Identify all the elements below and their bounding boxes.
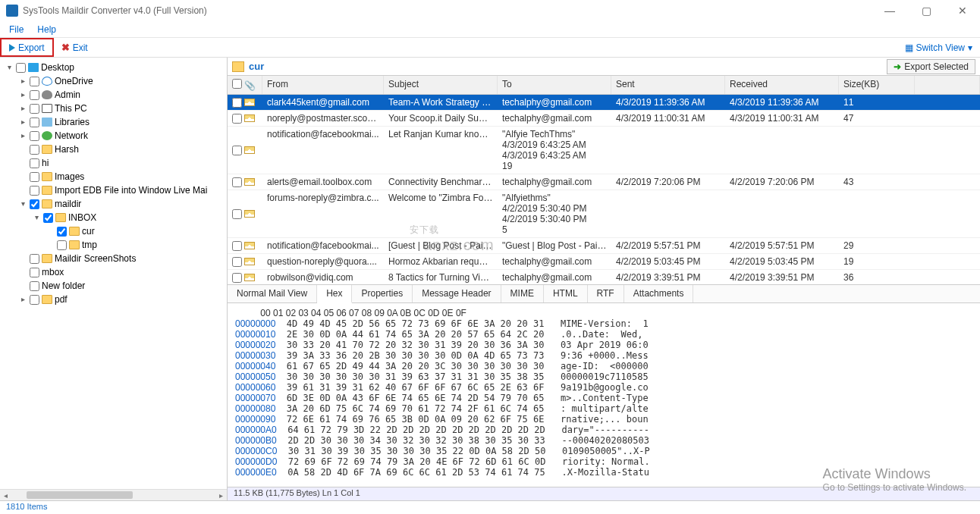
tree-item-thispc[interactable]: ▸This PC bbox=[17, 102, 227, 115]
cell-to: "Guest | Blog Post - Paid a... bbox=[498, 238, 611, 253]
row-checkbox[interactable] bbox=[232, 98, 242, 108]
folder-icon bbox=[42, 199, 52, 208]
folder-icon bbox=[69, 227, 80, 236]
desktop-icon bbox=[28, 63, 39, 72]
row-checkbox[interactable] bbox=[232, 177, 242, 187]
folder-icon bbox=[232, 61, 244, 72]
scroll-thumb[interactable] bbox=[27, 491, 133, 499]
col-subject[interactable]: Subject bbox=[384, 76, 498, 94]
tree-item-hi[interactable]: hi bbox=[17, 156, 227, 170]
row-checkbox[interactable] bbox=[232, 209, 242, 219]
export-selected-button[interactable]: ➜ Export Selected bbox=[887, 59, 975, 74]
row-checkbox[interactable] bbox=[232, 257, 242, 267]
tab-rtf[interactable]: RTF bbox=[588, 285, 624, 302]
row-checkbox[interactable] bbox=[232, 114, 242, 124]
menu-help[interactable]: Help bbox=[37, 24, 56, 35]
tree-item-newfolder[interactable]: New folder bbox=[17, 279, 227, 293]
tab-properties[interactable]: Properties bbox=[352, 285, 413, 302]
tab-attachments[interactable]: Attachments bbox=[624, 285, 694, 302]
folder-icon bbox=[55, 213, 66, 222]
col-sent[interactable]: Sent bbox=[611, 76, 725, 94]
tree-checkbox[interactable] bbox=[16, 63, 26, 73]
table-row[interactable]: clark445kent@gmail.comTeam-A Work Strate… bbox=[228, 95, 980, 111]
cell-from: notification@facebookmai... bbox=[262, 238, 384, 253]
table-row[interactable]: notification@facebookmai...Let Ranjan Ku… bbox=[228, 127, 980, 174]
tab-normal[interactable]: Normal Mail View bbox=[228, 285, 317, 302]
tab-hex[interactable]: Hex bbox=[317, 285, 352, 303]
mail-icon bbox=[244, 178, 255, 186]
cell-to: techalphy@gmail.com bbox=[498, 254, 611, 269]
tree-item-cur[interactable]: cur bbox=[44, 224, 227, 238]
col-from[interactable]: From bbox=[262, 76, 384, 94]
switch-view-icon: ▦ bbox=[905, 42, 913, 53]
cell-subject: Team-A Work Strategy - In... bbox=[384, 95, 498, 110]
status-bar: 1810 Items bbox=[0, 500, 980, 514]
tree-item-tmp[interactable]: tmp bbox=[44, 238, 227, 252]
tree-item-network[interactable]: ▸Network bbox=[17, 129, 227, 143]
tree-item-screenshots[interactable]: Maildir ScreenShots bbox=[17, 252, 227, 265]
table-row[interactable]: robwilson@vidiq.com8 Tactics for Turning… bbox=[228, 270, 980, 284]
attachment-icon: 📎 bbox=[244, 80, 256, 91]
tree-item-mbox[interactable]: mbox bbox=[17, 265, 227, 279]
right-pane: cur ➜ Export Selected 📎 From Subject To … bbox=[228, 58, 980, 500]
export-button[interactable]: Export bbox=[0, 38, 54, 57]
close-button[interactable]: ✕ bbox=[951, 5, 974, 17]
tab-html[interactable]: HTML bbox=[544, 285, 588, 302]
tab-mime[interactable]: MIME bbox=[501, 285, 544, 302]
switch-view-button[interactable]: ▦ Switch View ▾ bbox=[897, 38, 980, 57]
tree-item-import-edb[interactable]: Import EDB File into Window Live Mai bbox=[17, 183, 227, 197]
tab-message-header[interactable]: Message Header bbox=[413, 285, 501, 302]
row-checkbox[interactable] bbox=[232, 273, 242, 283]
tree-item-admin[interactable]: ▸Admin bbox=[17, 88, 227, 102]
select-all-checkbox[interactable] bbox=[232, 79, 242, 89]
scroll-left-icon[interactable]: ◂ bbox=[0, 491, 11, 500]
app-icon bbox=[6, 5, 18, 17]
row-checkbox[interactable] bbox=[232, 241, 242, 251]
main-split: ▾Desktop ▸OneDrive ▸Admin ▸This PC ▸Libr… bbox=[0, 58, 980, 500]
cell-received: 4/2/2019 7:20:06 PM bbox=[725, 174, 839, 190]
col-size[interactable]: Size(KB) bbox=[839, 76, 915, 94]
table-row[interactable]: notification@facebookmai...[Guest | Blog… bbox=[228, 238, 980, 254]
tree-pane: ▾Desktop ▸OneDrive ▸Admin ▸This PC ▸Libr… bbox=[0, 58, 228, 500]
col-to[interactable]: To bbox=[498, 76, 611, 94]
preview-tabs: Normal Mail View Hex Properties Message … bbox=[228, 284, 980, 303]
x-icon: ✖ bbox=[61, 42, 70, 53]
folder-icon bbox=[69, 240, 80, 249]
folder-tree[interactable]: ▾Desktop ▸OneDrive ▸Admin ▸This PC ▸Libr… bbox=[0, 61, 227, 306]
tree-item-inbox[interactable]: ▾INBOX bbox=[30, 211, 227, 224]
cell-subject: 8 Tactics for Turning View... bbox=[384, 270, 498, 284]
row-checkbox[interactable] bbox=[232, 146, 242, 155]
tree-item-libraries[interactable]: ▸Libraries bbox=[17, 115, 227, 129]
folder-icon bbox=[42, 186, 52, 195]
cell-size: 19 bbox=[502, 161, 607, 171]
mail-icon bbox=[244, 274, 255, 281]
cell-received: 4/2/2019 5:03:45 PM bbox=[725, 254, 839, 269]
tree-item-desktop[interactable]: ▾Desktop bbox=[3, 61, 227, 74]
tree-item-pdf[interactable]: ▸pdf bbox=[17, 293, 227, 306]
table-row[interactable]: noreply@postmaster.scoo...Your Scoop.it … bbox=[228, 111, 980, 127]
minimize-button[interactable]: — bbox=[878, 5, 901, 17]
grid-body[interactable]: clark445kent@gmail.comTeam-A Work Strate… bbox=[228, 95, 980, 284]
tree-item-harsh[interactable]: Harsh bbox=[17, 143, 227, 156]
menu-file[interactable]: File bbox=[9, 24, 24, 35]
table-row[interactable]: forums-noreply@zimbra.c...Welcome to "Zi… bbox=[228, 190, 980, 238]
tree-scrollbar[interactable]: ◂ ▸ bbox=[0, 489, 227, 500]
network-icon bbox=[42, 131, 52, 140]
table-row[interactable]: question-noreply@quora....Hormoz Akbaria… bbox=[228, 254, 980, 270]
col-received[interactable]: Received bbox=[725, 76, 839, 94]
tree-item-onedrive[interactable]: ▸OneDrive bbox=[17, 74, 227, 88]
hex-status: 11.5 KB (11,775 Bytes) Ln 1 Col 1 bbox=[228, 487, 980, 500]
exit-button[interactable]: ✖ Exit bbox=[54, 38, 96, 57]
tree-item-images[interactable]: Images bbox=[17, 170, 227, 183]
tree-item-maildir[interactable]: ▾maildir bbox=[17, 197, 227, 211]
hex-view[interactable]: 00 01 02 03 04 05 06 07 08 09 0A 0B 0C 0… bbox=[228, 303, 980, 487]
scroll-right-icon[interactable]: ▸ bbox=[215, 491, 227, 500]
window-controls: — ▢ ✕ bbox=[878, 5, 974, 17]
table-row[interactable]: alerts@email.toolbox.comConnectivity Ben… bbox=[228, 174, 980, 190]
cell-to: techalphy@gmail.com bbox=[498, 111, 611, 126]
current-folder: cur bbox=[249, 61, 264, 72]
cell-to: techalphy@gmail.com bbox=[498, 270, 611, 284]
cell-subject: Let Ranjan Kumar know t... bbox=[384, 127, 498, 174]
maximize-button[interactable]: ▢ bbox=[915, 5, 938, 17]
cell-subject: Connectivity Benchmark R... bbox=[384, 174, 498, 190]
